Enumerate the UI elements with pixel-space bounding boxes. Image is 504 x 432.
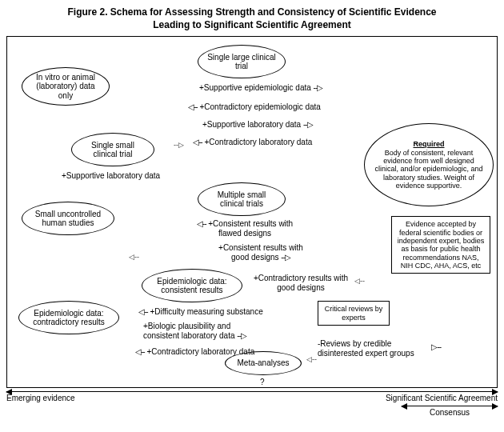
label-qmark: ? <box>260 378 265 387</box>
consensus-line <box>402 406 498 406</box>
axis-footer: Emerging evidence Significant Scientific… <box>6 391 498 402</box>
node-required-body: Body of consistent, relevant evidence fr… <box>374 149 482 190</box>
node-critical-label: Critical reviews by experts <box>325 305 383 321</box>
label-reviews-disinterested: -Reviews by credible disinterested exper… <box>318 339 430 358</box>
arrow-left-icon: ◁-- <box>193 138 202 146</box>
arrow-right-icon: --▷ <box>174 141 184 149</box>
label-supportive-lab2: +Supportive laboratory data <box>62 171 160 181</box>
label-contradictory-lab: ◁-- +Contradictory laboratory data <box>193 138 312 147</box>
label-contradictory-lab2: ◁-- +Contradictory laboratory data <box>135 347 254 357</box>
label-contradictory-epi: ◁-- +Contradictory epidemiologic data <box>188 102 321 112</box>
node-epi-consistent: Epidemiologic data: consistent results <box>142 269 242 302</box>
axis-line <box>6 391 498 392</box>
node-invitro-label: In vitro or animal (laboratory) data onl… <box>29 73 102 101</box>
label-supportive-epi: +Supportive epidemiologic data --▷ <box>199 83 322 93</box>
node-epi-consistent-label: Epidemiologic data: consistent results <box>149 277 235 295</box>
arrow-right-icon: --▷ <box>314 83 323 92</box>
arrow-left-icon: ◁-- <box>197 219 206 228</box>
arrow-left-icon: ◁-- <box>129 253 139 261</box>
node-single-small: Single small clinical trial <box>71 133 154 166</box>
arrow-left-icon: ◁-- <box>188 102 198 111</box>
node-single-large-label: Single large clinical trial <box>205 53 278 71</box>
node-invitro: In vitro or animal (laboratory) data onl… <box>22 67 110 106</box>
arrow-left-icon: ◁-- <box>354 277 365 285</box>
label-consistent-flawed: ◁-- +Consistent results with flawed desi… <box>193 219 297 238</box>
node-epi-contradictory-label: Epidemiologic data: contradictory result… <box>26 309 112 327</box>
axis-right-label: Significant Scientific Agreement <box>386 394 498 402</box>
label-difficulty: ◁-- +Difficulty measuring substance <box>138 307 263 317</box>
node-multiple-small-label: Multiple small clinical trials <box>205 190 278 209</box>
node-small-uncontrolled-label: Small uncontrolled human studies <box>29 210 107 228</box>
node-critical: Critical reviews by experts <box>318 301 390 326</box>
arrow-right-icon: --▷ <box>237 331 246 340</box>
arrow-right-icon: --▷ <box>281 253 290 262</box>
arrow-left-icon: ◁-- <box>135 347 145 356</box>
label-supportive-lab: +Supportive laboratory data --▷ <box>202 120 313 130</box>
arrow-right-icon: ▷-- <box>431 342 441 352</box>
node-single-large: Single large clinical trial <box>198 45 286 78</box>
consensus-label: Consensus <box>430 408 470 417</box>
node-multiple-small: Multiple small clinical trials <box>198 182 286 216</box>
axis-labels: Emerging evidence Significant Scientific… <box>6 394 498 402</box>
node-small-uncontrolled: Small uncontrolled human studies <box>22 202 114 235</box>
node-accepted: Evidence accepted by federal scientific … <box>391 216 490 274</box>
title-line-2: Leading to Significant Scientific Agreem… <box>153 19 351 30</box>
node-required-title: Required <box>413 140 444 148</box>
label-bioplaus: +Biologic plausibility and consistent la… <box>143 322 263 340</box>
node-required-text: Required Body of consistent, relevant ev… <box>371 140 486 190</box>
arrow-right-icon: --▷ <box>303 120 313 129</box>
axis-left-label: Emerging evidence <box>6 394 75 402</box>
node-accepted-label: Evidence accepted by federal scientific … <box>398 220 485 270</box>
node-meta-label: Meta-analyses <box>237 358 289 368</box>
node-epi-contradictory: Epidemiologic data: contradictory result… <box>18 301 119 334</box>
diagram-canvas: In vitro or animal (laboratory) data onl… <box>6 36 498 388</box>
arrow-left-icon: ◁-- <box>138 307 148 316</box>
node-single-small-label: Single small clinical trial <box>78 141 147 159</box>
label-consistent-good: +Consistent results with good designs --… <box>209 243 313 262</box>
label-contradictory-good: +Contradictory results with good designs <box>249 274 353 292</box>
arrow-left-icon: ◁-- <box>306 355 317 363</box>
node-required: Required Body of consistent, relevant ev… <box>364 123 494 206</box>
figure-title: Figure 2. Schema for Assessing Strength … <box>6 6 498 31</box>
consensus-axis: Consensus <box>6 406 498 417</box>
title-line-1: Figure 2. Schema for Assessing Strength … <box>67 6 436 18</box>
